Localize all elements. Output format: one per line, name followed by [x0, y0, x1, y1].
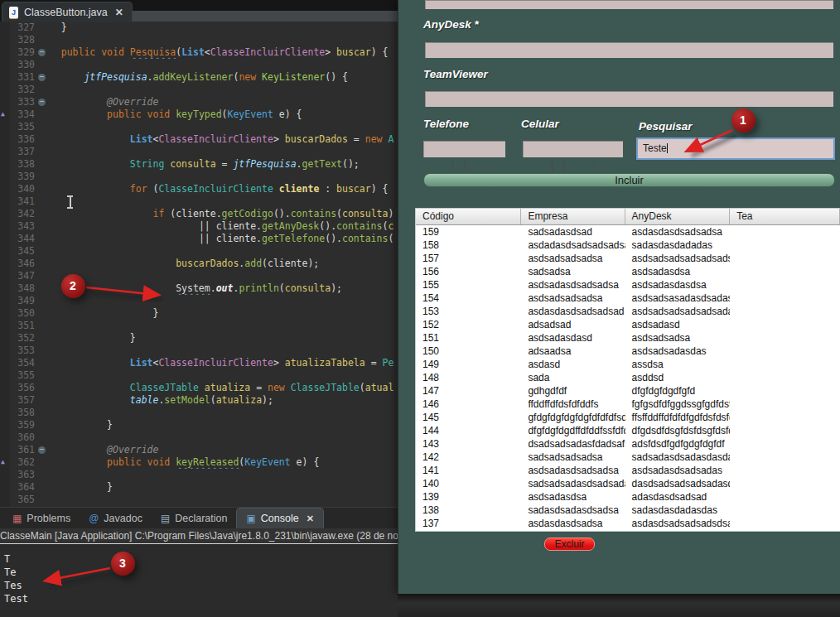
table-row[interactable]: 138sadasdsadasdsadsasadasdasdadasdas [416, 504, 840, 517]
code-line-355[interactable]: 355 [0, 369, 398, 382]
table-cell: dfgfdgfdgdfgfd [625, 384, 731, 398]
annotation-badge-3: 3 [111, 552, 135, 576]
code-line-340[interactable]: 340 for (ClasseIncluirCliente cliente : … [0, 183, 398, 195]
code-line-350[interactable]: 350 } [0, 307, 398, 320]
code-line-356[interactable]: 356 ClasseJTable atualiza = new ClasseJT… [0, 382, 398, 394]
table-row[interactable]: 148sadaasddsd [416, 371, 840, 384]
pesquisar-field[interactable]: Teste [636, 137, 835, 160]
incluir-button[interactable]: Incluir [423, 173, 835, 187]
table-cell: asddsd [625, 371, 731, 384]
anydesk-field[interactable] [425, 42, 833, 58]
code-line-360[interactable]: 360 [0, 431, 398, 444]
code-line-329[interactable]: 329– public void Pesquisa(List<ClasseInc… [0, 46, 398, 59]
code-line-345[interactable]: 345 [0, 245, 398, 258]
code-line-335[interactable]: 335 [0, 121, 398, 133]
code-line-364[interactable]: 364 } [0, 481, 398, 494]
tab-javadoc[interactable]: @Javadoc [80, 509, 152, 528]
line-number: 357 [10, 394, 35, 407]
code-line-349[interactable]: 349 [0, 295, 398, 307]
table-cell: asdsadsadsadsa [521, 252, 625, 265]
line-number: 363 [10, 469, 35, 481]
code-line-327[interactable]: 327 } [0, 22, 398, 34]
table-row[interactable]: 137asdasdasdsadsaasdasdsadsadsadsdsa [416, 517, 840, 530]
top-partial-field[interactable] [425, 0, 833, 9]
table-row[interactable]: 158asdadasdsadsadsadsasadasdasdadadas [416, 239, 840, 252]
tab-classebutton-java[interactable]: J ClasseButton.java ✕ [2, 2, 133, 22]
code-line-333[interactable]: 333– @Override [0, 96, 398, 108]
code-line-358[interactable]: 358 [0, 407, 398, 419]
code-line-346[interactable]: 346 buscarDados.add(cliente); [0, 258, 398, 270]
code-line-338[interactable]: 338 String consulta = jtfPesquisa.getTex… [0, 158, 398, 171]
code-line-341[interactable]: 341 [0, 195, 398, 208]
table-row[interactable]: 150adsaadsaasdsadsadasdas [416, 345, 840, 358]
code-line-351[interactable]: 351 [0, 320, 398, 332]
line-number: 333 [10, 96, 35, 108]
line-number: 345 [10, 245, 35, 258]
table-row[interactable]: 149asdasdassdsa [416, 358, 840, 371]
table-row[interactable]: 155asdsadasdsadsadsaasdsadasdasdsa [416, 278, 840, 292]
console-output[interactable]: TTeTesTest [0, 544, 398, 617]
code-line-348[interactable]: 348 System.out.println(consulta); [0, 282, 398, 295]
code-line-363[interactable]: 363 [0, 469, 398, 481]
table-row[interactable]: 154asdsadsadsadsaasdsadsasadasdsadass... [416, 292, 840, 305]
code-line-344[interactable]: 344 || cliente.getTelefone().contains( [0, 233, 398, 245]
code-line-353[interactable]: 353 [0, 345, 398, 357]
code-line-359[interactable]: 359 } [0, 419, 398, 431]
code-line-328[interactable]: 328 [0, 34, 398, 46]
table-row[interactable]: 152adsadsadasdsadasd [416, 318, 840, 331]
tab-console[interactable]: ▣Console✕ [236, 508, 323, 528]
code-text: String consulta = jtfPesquisa.getText(); [38, 158, 360, 171]
table-row[interactable]: 145gfdgfdgfdgfdgfdfdfdfsdfdsffsffddffdfd… [416, 411, 840, 424]
line-number: 355 [10, 369, 35, 382]
code-line-347[interactable]: 347 [0, 270, 398, 282]
table-cell [730, 318, 840, 331]
code-line-337[interactable]: 337 [0, 146, 398, 158]
code-line-330[interactable]: 330 [0, 59, 398, 71]
code-editor[interactable]: 327 }328329– public void Pesquisa(List<C… [0, 22, 398, 507]
column-header-1[interactable]: Empresa [521, 209, 625, 224]
table-row[interactable]: 146ffddffdfdsfdfddfsfgfgsdfdfggdssgfgdfd… [416, 398, 840, 411]
code-line-343[interactable]: 343 || cliente.getAnyDesk().contains(c [0, 220, 398, 233]
column-header-2[interactable]: AnyDesk [625, 209, 731, 224]
code-text: } [38, 307, 158, 320]
close-tab-icon[interactable]: ✕ [115, 7, 123, 18]
text-cursor-pointer [66, 195, 74, 209]
tab-problems[interactable]: ▦Problems [3, 509, 80, 528]
code-line-336[interactable]: 336 List<ClasseIncluirCliente> buscarDad… [0, 133, 398, 146]
code-line-352[interactable]: 352 } [0, 332, 398, 345]
table-row[interactable]: 142sadsadsadsadsasadsadasdsadasdasdas... [416, 451, 840, 464]
clients-table[interactable]: CódigoEmpresaAnyDeskTea159sadsadasdsadas… [415, 208, 840, 532]
table-row[interactable]: 157asdsadsadsadsaasdsadsadsadsadsadsa... [416, 252, 840, 265]
code-line-357[interactable]: 357 table.setModel(atualiza); [0, 394, 398, 407]
excluir-button[interactable]: Excluir [544, 537, 595, 551]
close-tab-icon[interactable]: ✕ [307, 513, 314, 524]
code-line-362[interactable]: ▲362 public void keyReleased(KeyEvent e)… [0, 456, 398, 469]
table-row[interactable]: 143dsadsadsadasfdadsafsafadsfdsdfgdfgdgf… [416, 437, 840, 451]
table-row[interactable]: 141asdsadasdsadsadsaasdsadasdsadsadas [416, 464, 840, 477]
code-line-365[interactable]: 365 [0, 494, 398, 506]
table-row[interactable]: 159sadsadasdsadasdasdasdsadsadsa [416, 225, 840, 239]
telefone-field[interactable]: ( ) - [423, 141, 505, 157]
table-row[interactable]: 153asdasdasdsadsadsadasdsadsadsadsadsada… [416, 305, 840, 318]
code-line-361[interactable]: 361– @Override [0, 444, 398, 456]
code-line-354[interactable]: 354 List<ClasseIncluirCliente> atualizaT… [0, 357, 398, 369]
table-row[interactable]: 151asdsadasdasdasdsadsadsa [416, 331, 840, 345]
code-line-342[interactable]: 342 if (cliente.getCodigo().contains(con… [0, 208, 398, 220]
column-header-0[interactable]: Código [416, 209, 521, 224]
table-row[interactable]: 147gdhgdfdfdfgfdgfdgdfgfd [416, 384, 840, 398]
table-row[interactable]: 139asdsadasdsaadasdasdsadsad [416, 490, 840, 504]
celular-field[interactable]: ( ) - [523, 141, 623, 157]
table-cell: 137 [416, 517, 521, 530]
teamviewer-field[interactable] [425, 91, 833, 107]
column-header-3[interactable]: Tea [730, 209, 840, 224]
table-row[interactable]: 156sadsadsaasdsadasdsa [416, 265, 840, 278]
code-line-334[interactable]: ▲334 public void keyTyped(KeyEvent e) { [0, 108, 398, 121]
code-line-331[interactable]: 331– jtfPesquisa.addKeyListener(new KeyL… [0, 71, 398, 84]
tab-declaration[interactable]: ▤Declaration [152, 509, 237, 528]
occurrence-triangle-icon: ▲ [1, 109, 5, 119]
table-row[interactable]: 144dfgfdgfdgdffdfddfssfdfddfgdsdfdsgfdsf… [416, 424, 840, 437]
code-line-339[interactable]: 339 [0, 171, 398, 183]
anydesk-label: AnyDesk * [423, 18, 479, 31]
code-line-332[interactable]: 332 [0, 84, 398, 96]
table-row[interactable]: 140sadsadsadasdsadsadas...dasdsadsadsads… [416, 477, 840, 490]
